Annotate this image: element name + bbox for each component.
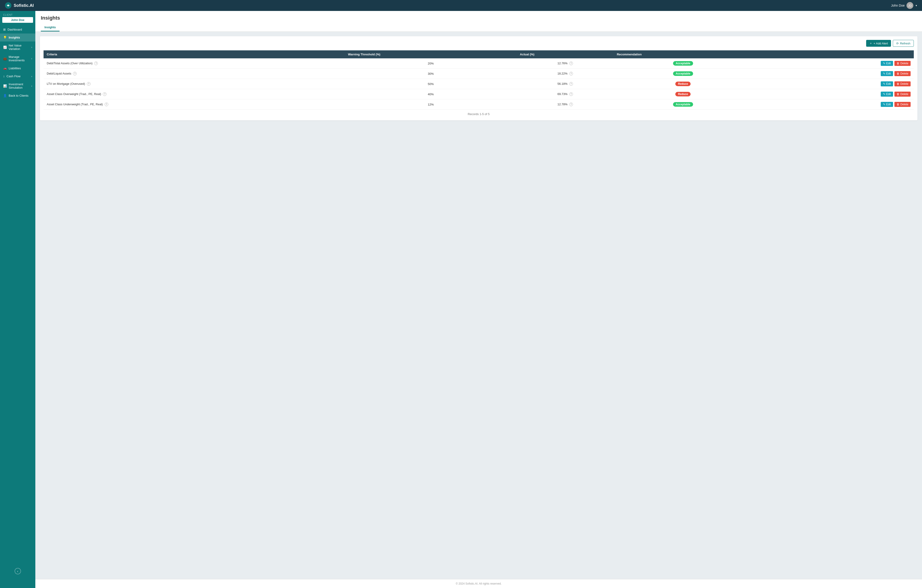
sidebar-item-insights[interactable]: 💡 Insights	[0, 34, 35, 41]
table-header-row: Criteria Warning Threshold (%) Actual (%…	[44, 51, 914, 58]
table-row: Asset Class Underweight (Trad., PE, Real…	[44, 100, 914, 109]
sidebar-item-label: Manage Investments	[9, 55, 29, 62]
status-badge: Acceptable	[673, 102, 693, 107]
edit-button[interactable]: ✎ Edit	[881, 91, 893, 96]
info-icon: ?	[569, 92, 573, 96]
sidebar-item-label: Liabilities	[9, 67, 21, 70]
main-wrapper: CLIENT John Doe ⊞ Dashboard 💡 Insights 📈…	[0, 11, 922, 588]
col-actual: Actual (%)	[517, 51, 613, 58]
cell-actions: ✎ Edit 🗑 Delete	[752, 79, 914, 89]
cell-actions: ✎ Edit 🗑 Delete	[752, 58, 914, 69]
edit-icon: ✎	[883, 82, 885, 85]
trash-icon: 🗑	[897, 62, 899, 65]
sidebar-item-label: Investment Simulation	[9, 83, 29, 89]
table-row: Debt/Total Assets (Over Utilization) ? 2…	[44, 58, 914, 69]
table-row: LTV on Mortgage (Overused) ? 50% 56.18% …	[44, 79, 914, 89]
status-badge: Acceptable	[673, 61, 693, 65]
cell-criteria: Debt/Liquid Assets ?	[44, 69, 345, 79]
edit-icon: ✎	[883, 103, 885, 106]
edit-button[interactable]: ✎ Edit	[881, 102, 893, 107]
edit-button[interactable]: ✎ Edit	[881, 61, 893, 66]
cell-criteria: Debt/Total Assets (Over Utilization) ?	[44, 58, 345, 69]
delete-button[interactable]: 🗑 Delete	[894, 82, 911, 87]
sidebar-item-dashboard[interactable]: ⊞ Dashboard	[0, 26, 35, 34]
plus-icon: ＋	[869, 41, 872, 45]
trash-icon: 🗑	[897, 82, 899, 85]
col-criteria: Criteria	[44, 51, 345, 58]
user-menu[interactable]: John Doe JD ▼	[891, 2, 917, 9]
chevron-right-icon: ›	[31, 46, 32, 49]
car-icon: 🚗	[3, 67, 7, 70]
card-toolbar: ＋ + Add Alert ⟳ Refresh	[44, 40, 914, 47]
user-name: John Doe	[891, 4, 905, 7]
cell-recommendation: Acceptable	[613, 69, 752, 79]
logo[interactable]: Sofistic.AI	[5, 2, 34, 9]
add-alert-button[interactable]: ＋ + Add Alert	[866, 40, 891, 47]
info-icon: ?	[73, 72, 77, 75]
status-badge: Reduce	[675, 82, 691, 86]
sidebar-item-back-to-clients[interactable]: 👤 Back to Clients	[0, 91, 35, 100]
footer-text: © 2024 Sofistic.AI. All rights reserved.	[456, 582, 502, 585]
chart-icon: 📈	[3, 46, 7, 49]
tab-insights[interactable]: Insights	[41, 24, 59, 31]
cell-warning-threshold: 20%	[345, 58, 517, 69]
edit-icon: ✎	[883, 72, 885, 75]
sidebar-item-net-value-variation[interactable]: 📈 Net Value Variation ›	[0, 41, 35, 53]
chevron-right-icon: ›	[31, 57, 32, 60]
info-icon: ?	[87, 82, 90, 86]
trash-icon: 🗑	[897, 93, 899, 96]
cell-criteria: Asset Class Underweight (Trad., PE, Real…	[44, 100, 345, 109]
cell-criteria: LTV on Mortgage (Overused) ?	[44, 79, 345, 89]
sidebar-item-label: Insights	[9, 36, 20, 39]
status-badge: Reduce	[675, 92, 691, 96]
cell-actions: ✎ Edit 🗑 Delete	[752, 69, 914, 79]
arrow-icon: ↕	[3, 75, 5, 78]
cell-recommendation: Reduce	[613, 89, 752, 100]
cell-actions: ✎ Edit 🗑 Delete	[752, 100, 914, 109]
cell-warning-threshold: 30%	[345, 69, 517, 79]
cell-recommendation: Acceptable	[613, 100, 752, 109]
delete-button[interactable]: 🗑 Delete	[894, 102, 911, 107]
sidebar-collapse-button[interactable]: ‹	[15, 568, 21, 574]
sidebar-item-manage-investments[interactable]: 💼 Manage Investments ›	[0, 53, 35, 64]
info-icon: ?	[569, 62, 573, 65]
records-label: Records 1-5 of 5	[44, 109, 914, 117]
info-icon: ?	[569, 82, 573, 86]
cell-warning-threshold: 12%	[345, 100, 517, 109]
delete-button[interactable]: 🗑 Delete	[894, 91, 911, 96]
delete-button[interactable]: 🗑 Delete	[894, 61, 911, 66]
sidebar-item-cash-flow[interactable]: ↕ Cash Flow ›	[0, 72, 35, 80]
page-header: Insights Insights	[35, 11, 922, 32]
cell-warning-threshold: 50%	[345, 79, 517, 89]
briefcase-icon: 💼	[3, 57, 7, 60]
sidebar-item-liabilities[interactable]: 🚗 Liabilities	[0, 64, 35, 72]
cell-actual: 56.18% ?	[517, 79, 613, 89]
content-area: Insights Insights ＋ + Add Alert ⟳ R	[35, 11, 922, 588]
info-icon: ?	[569, 103, 573, 106]
col-actions	[752, 51, 914, 58]
logo-text: Sofistic.AI	[14, 3, 34, 8]
sidebar-item-investment-simulation[interactable]: 📊 Investment Simulation ›	[0, 80, 35, 91]
sidebar-item-label: Dashboard	[8, 28, 22, 31]
chevron-down-icon: ▼	[915, 4, 917, 7]
page-tabs: Insights	[41, 24, 917, 31]
table-row: Asset Class Overweight (Trad., PE, Real)…	[44, 89, 914, 100]
chevron-right-icon: ›	[31, 85, 32, 87]
avatar: JD	[907, 2, 913, 9]
client-name: John Doe	[2, 17, 33, 23]
delete-button[interactable]: 🗑 Delete	[894, 71, 911, 76]
edit-button[interactable]: ✎ Edit	[881, 71, 893, 76]
refresh-icon: ⟳	[896, 42, 899, 45]
client-label: CLIENT	[0, 11, 35, 17]
logo-icon	[5, 2, 12, 9]
cell-actual: 12.78% ?	[517, 100, 613, 109]
sidebar-item-label: Net Value Variation	[9, 44, 29, 51]
insights-table: Criteria Warning Threshold (%) Actual (%…	[44, 51, 914, 109]
refresh-button[interactable]: ⟳ Refresh	[893, 40, 914, 47]
edit-button[interactable]: ✎ Edit	[881, 82, 893, 87]
sidebar-item-label: Cash Flow	[7, 75, 21, 78]
cell-recommendation: Acceptable	[613, 58, 752, 69]
cell-criteria: Asset Class Overweight (Trad., PE, Real)…	[44, 89, 345, 100]
page-body: ＋ + Add Alert ⟳ Refresh Criteria Warning…	[35, 32, 922, 579]
footer: © 2024 Sofistic.AI. All rights reserved.	[35, 579, 922, 588]
